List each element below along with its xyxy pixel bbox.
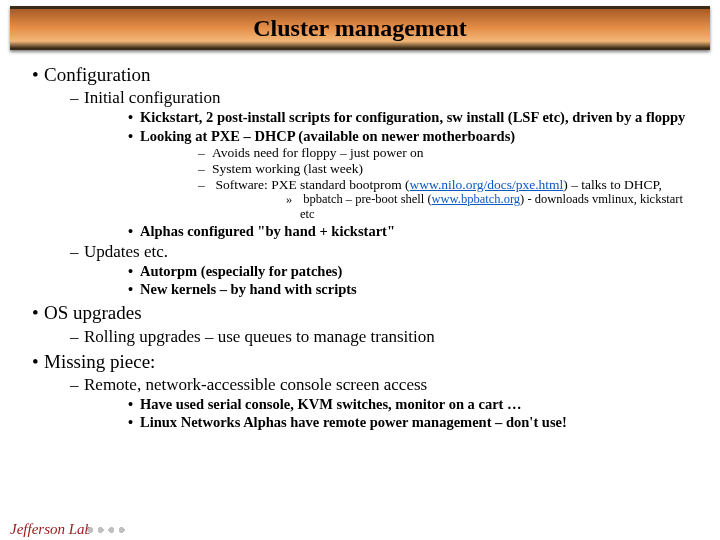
item-serial-console: Have used serial console, KVM switches, …	[84, 396, 700, 413]
sub-remote-console: Remote, network-accessible console scree…	[44, 375, 700, 431]
logo-text: Jefferson Lab	[10, 521, 92, 537]
link-nilo[interactable]: www.nilo.org/docs/pxe.html	[410, 177, 564, 192]
bullet-configuration: Configuration Initial configuration Kick…	[20, 64, 700, 298]
item-linux-networks-alphas: Linux Networks Alphas have remote power …	[84, 414, 700, 431]
jefferson-lab-logo: Jefferson Lab	[10, 519, 128, 538]
detail-avoids-floppy: Avoids need for floppy – just power on	[140, 145, 700, 161]
slide-title: Cluster management	[253, 15, 467, 42]
item-pxe-dhcp: Looking at PXE – DHCP (available on newe…	[84, 128, 700, 222]
item-alphas-configured: Alphas configured "by hand + kickstart"	[84, 223, 700, 240]
sub-initial-configuration: Initial configuration Kickstart, 2 post-…	[44, 88, 700, 240]
item-kickstart: Kickstart, 2 post-install scripts for co…	[84, 109, 700, 126]
detail-system-working: System working (last week)	[140, 161, 700, 177]
title-bar: Cluster management	[10, 6, 710, 50]
detail-bpbatch: bpbatch – pre-boot shell (www.bpbatch.or…	[212, 192, 700, 222]
slide-body: Configuration Initial configuration Kick…	[0, 58, 720, 431]
sub-updates: Updates etc. Autorpm (especially for pat…	[44, 242, 700, 298]
bullet-missing-piece: Missing piece: Remote, network-accessibl…	[20, 351, 700, 432]
link-bpbatch[interactable]: www.bpbatch.org	[432, 192, 521, 206]
sub-rolling-upgrades: Rolling upgrades – use queues to manage …	[44, 327, 700, 347]
bullet-os-upgrades: OS upgrades Rolling upgrades – use queue…	[20, 302, 700, 346]
logo-swirl-icon	[86, 523, 128, 537]
item-autorpm: Autorpm (especially for patches)	[84, 263, 700, 280]
slide: Cluster management Configuration Initial…	[0, 6, 720, 540]
item-new-kernels: New kernels – by hand with scripts	[84, 281, 700, 298]
detail-pxe-software: Software: PXE standard bootprom (www.nil…	[140, 177, 700, 222]
